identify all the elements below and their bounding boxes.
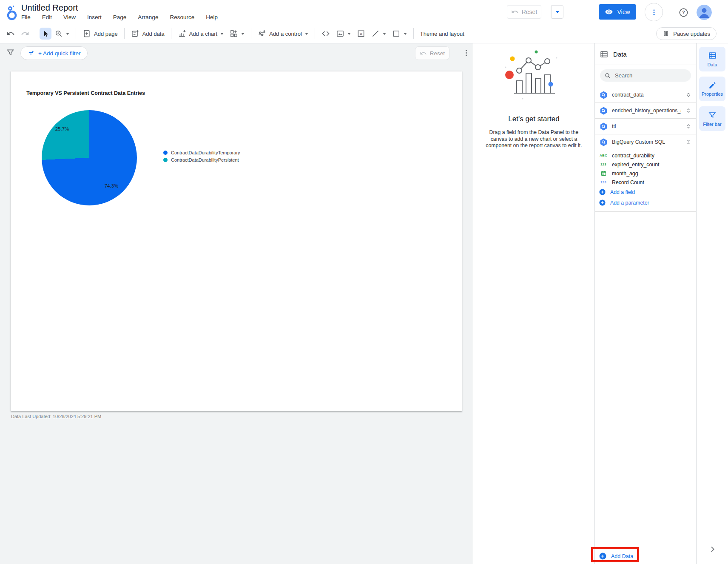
data-source-row[interactable]: ttl: [595, 119, 696, 134]
chevron-down-icon: [66, 33, 69, 35]
bigquery-icon: [599, 122, 608, 131]
legend-dot-temporary-icon: [163, 151, 168, 155]
report-title[interactable]: Untitled Report: [21, 3, 78, 13]
share-button[interactable]: Share: [551, 5, 563, 19]
undo-button[interactable]: [3, 27, 18, 40]
menu-bar: File Edit View Insert Page Arrange Resou…: [21, 14, 218, 20]
insert-shape-button[interactable]: [389, 27, 410, 40]
select-tool-button[interactable]: [40, 28, 51, 40]
data-source-list: contract_data enriched_history_operation…: [595, 87, 696, 150]
add-data-button[interactable]: Add data: [128, 27, 168, 40]
pie-slice-label-temporary: 74.3%: [105, 183, 119, 188]
unfold-more-icon[interactable]: [685, 107, 692, 114]
tab-data[interactable]: Data: [699, 47, 725, 71]
calendar-icon: [599, 170, 608, 177]
field-row[interactable]: month_agg: [595, 169, 696, 178]
theme-and-layout-button[interactable]: Theme and layout: [417, 27, 467, 40]
pause-updates-button[interactable]: Pause updates: [656, 27, 717, 40]
getting-started-panel: Let's get started Drag a field from the …: [473, 43, 594, 564]
data-table-icon: [600, 50, 609, 59]
toolbar-divider: [251, 28, 251, 39]
plus-circle-icon: [599, 199, 606, 206]
filter-funnel-icon: [708, 111, 717, 120]
embed-code-button[interactable]: [318, 27, 333, 40]
help-button[interactable]: ?: [679, 8, 688, 17]
kebab-menu-icon: [650, 9, 658, 16]
menu-insert[interactable]: Insert: [87, 14, 102, 20]
add-page-button[interactable]: Add page: [80, 27, 121, 40]
data-source-row[interactable]: BigQuery Custom SQL: [595, 134, 696, 150]
header-actions: Reset Share View: [507, 0, 728, 24]
field-row[interactable]: 123 Record Count: [595, 178, 696, 187]
pie-chart[interactable]: 74.3% 25.7%: [42, 110, 137, 205]
insert-text-button[interactable]: A: [354, 27, 368, 40]
unfold-less-icon[interactable]: [685, 139, 692, 145]
reset-button[interactable]: Reset: [507, 5, 541, 19]
bigquery-icon: [599, 91, 608, 100]
field-row[interactable]: 123 expired_entry_count: [595, 160, 696, 169]
community-visualizations-button[interactable]: [227, 27, 247, 40]
annotation-highlight-box: [591, 547, 639, 562]
undo-icon: [420, 50, 427, 57]
toolbar-divider: [171, 28, 171, 39]
filter-funnel-icon[interactable]: [6, 48, 15, 57]
menu-help[interactable]: Help: [206, 14, 218, 20]
unfold-more-icon[interactable]: [685, 123, 692, 130]
canvas-more-options-button[interactable]: [462, 49, 470, 57]
add-quick-filter-button[interactable]: + Add quick filter: [20, 46, 88, 60]
insert-image-button[interactable]: [333, 27, 354, 40]
right-rail: Data Properties Filter bar: [696, 43, 728, 564]
menu-page[interactable]: Page: [113, 14, 127, 20]
header-divider: [670, 4, 670, 20]
search-input[interactable]: Search: [600, 69, 691, 82]
legend-item-persistent[interactable]: ContractDataDurabilityPersistent: [163, 157, 240, 162]
share-dropdown-button[interactable]: [551, 6, 563, 18]
chart-title: Temporary VS Persistent Contract Data En…: [26, 90, 145, 96]
menu-view[interactable]: View: [63, 14, 76, 20]
user-avatar[interactable]: [697, 5, 712, 20]
toolbar-divider: [124, 28, 125, 39]
menu-edit[interactable]: Edit: [42, 14, 52, 20]
bigquery-icon: [599, 106, 608, 115]
chevron-down-icon: [241, 33, 245, 35]
add-parameter-button[interactable]: Add a parameter: [595, 197, 696, 208]
data-source-row[interactable]: enriched_history_operations_sorob...: [595, 103, 696, 119]
zoom-tool-button[interactable]: [51, 27, 72, 40]
toolbar-divider: [36, 28, 36, 39]
svg-text:?: ?: [682, 10, 685, 15]
collapse-panel-chevron-right-icon[interactable]: [708, 545, 717, 553]
more-options-button[interactable]: [645, 3, 663, 21]
toolbar-divider: [315, 28, 315, 39]
edit-toolbar: Add page Add data Add a chart Add a cont…: [0, 24, 728, 43]
unfold-more-icon[interactable]: [685, 91, 692, 98]
main-area: + Add quick filter Reset Temporary VS Pe…: [0, 43, 728, 564]
add-field-button[interactable]: Add a field: [595, 187, 696, 197]
field-row[interactable]: ABC contract_durability: [595, 151, 696, 160]
add-chart-button[interactable]: Add a chart: [175, 27, 227, 40]
redo-button[interactable]: [18, 27, 32, 40]
data-source-row[interactable]: contract_data: [595, 87, 696, 103]
data-panel-header: Data: [595, 43, 696, 65]
legend-item-temporary[interactable]: ContractDataDurabilityTemporary: [163, 150, 240, 155]
field-list-divider: [595, 211, 696, 212]
chevron-down-icon: [305, 33, 308, 35]
canvas-reset-button[interactable]: Reset: [415, 46, 449, 60]
data-panel-title: Data: [613, 51, 627, 58]
tab-properties[interactable]: Properties: [699, 77, 725, 101]
insert-line-button[interactable]: [368, 27, 389, 40]
add-control-button[interactable]: Add a control: [255, 27, 311, 40]
chevron-down-icon: [347, 33, 351, 35]
metric-number-type-icon: 123: [599, 180, 608, 184]
report-page[interactable]: Temporary VS Persistent Contract Data En…: [11, 71, 462, 411]
looker-studio-logo-icon: [6, 3, 18, 21]
filter-list-icon: [28, 50, 35, 57]
menu-arrange[interactable]: Arrange: [138, 14, 158, 20]
menu-file[interactable]: File: [21, 14, 31, 20]
search-placeholder: Search: [615, 72, 632, 79]
menu-resource[interactable]: Resource: [170, 14, 194, 20]
tab-filter-bar[interactable]: Filter bar: [699, 106, 725, 131]
chevron-down-icon: [556, 11, 559, 13]
pause-icon: [663, 30, 669, 37]
view-button[interactable]: View: [599, 4, 636, 20]
eye-icon: [605, 8, 613, 16]
